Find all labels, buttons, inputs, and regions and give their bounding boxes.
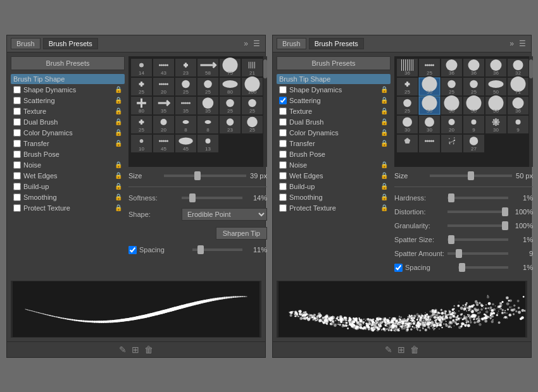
- panel-2-granularity-slider[interactable]: [447, 224, 508, 227]
- panel-2-check-wet[interactable]: [279, 172, 287, 180]
- panel-1-item-wet[interactable]: Wet Edges 🔒: [11, 171, 125, 181]
- panel-2-menu-icon[interactable]: ☰: [518, 39, 527, 48]
- panel-2-footer-delete-icon[interactable]: 🗑: [410, 345, 419, 355]
- panel-2-spatter-size-slider[interactable]: [447, 238, 508, 241]
- panel-2-item-smoothing[interactable]: Smoothing 🔒: [277, 192, 391, 202]
- panel-1-softness-slider[interactable]: [182, 197, 242, 199]
- panel-2-body: Brush Presets Brush Tip Shape Shape Dyna…: [273, 52, 531, 277]
- panel-1-softness-row: Softness: 14%: [128, 193, 267, 203]
- panel-2-tab-brush[interactable]: Brush: [277, 38, 306, 49]
- panel-1-brush-grid-canvas[interactable]: [130, 58, 266, 165]
- panel-2-item-buildup[interactable]: Build-up 🔒: [277, 181, 391, 192]
- panel-1-check-protect[interactable]: [13, 204, 21, 212]
- panel-1-item-noise-label: Noise: [23, 161, 41, 169]
- panel-1-brush-grid[interactable]: [128, 56, 267, 167]
- panel-1-tab-presets[interactable]: Brush Presets: [43, 38, 98, 49]
- panel-1-item-shape-dynamics[interactable]: Shape Dynamics 🔒: [11, 85, 125, 95]
- panel-1-menu-icon[interactable]: ☰: [252, 39, 261, 48]
- panel-2-check-protect[interactable]: [279, 204, 287, 212]
- panel-1-check-pose[interactable]: [13, 150, 21, 158]
- panel-2-item-color[interactable]: Color Dynamics 🔒: [277, 128, 391, 138]
- panel-1-check-noise[interactable]: [13, 161, 21, 169]
- panel-2-item-scattering[interactable]: Scattering 🔒: [277, 95, 391, 106]
- panel-1-check-buildup[interactable]: [13, 183, 21, 190]
- panel-2-footer-grid-icon[interactable]: ⊞: [397, 345, 405, 355]
- panel-2-check-texture[interactable]: [279, 107, 287, 115]
- panel-1-footer-cursor-icon[interactable]: ✎: [119, 345, 127, 355]
- panel-2-spacing-slider[interactable]: [458, 266, 508, 269]
- panel-2-check-smoothing[interactable]: [279, 193, 287, 201]
- panel-2-spacing-check[interactable]: [394, 264, 403, 272]
- panel-1-item-noise[interactable]: Noise 🔒: [11, 160, 125, 170]
- panel-2-item-protect[interactable]: Protect Texture 🔒: [277, 203, 391, 213]
- panel-1-check-scattering[interactable]: [13, 97, 21, 104]
- panel-1-item-smoothing[interactable]: Smoothing 🔒: [11, 192, 125, 202]
- panel-2-brush-grid[interactable]: [394, 56, 533, 167]
- panel-1-check-texture[interactable]: [13, 107, 21, 115]
- panel-2-footer-cursor-icon[interactable]: ✎: [385, 345, 392, 355]
- panel-1-item-pose[interactable]: Brush Pose: [11, 149, 125, 159]
- panel-2-size-slider[interactable]: [430, 175, 512, 177]
- panel-2-distortion-slider[interactable]: [447, 211, 508, 213]
- panel-1-scrollbar[interactable]: [263, 56, 267, 167]
- panel-1-footer-grid-icon[interactable]: ⊞: [132, 345, 139, 355]
- panel-2-check-noise[interactable]: [279, 161, 287, 169]
- panel-1-item-scattering-label: Scattering: [23, 97, 55, 104]
- panel-1-check-dual[interactable]: [13, 118, 21, 126]
- panel-1-size-slider[interactable]: [164, 175, 246, 177]
- panel-1-item-buildup[interactable]: Build-up 🔒: [11, 181, 125, 192]
- panel-2-scrollbar[interactable]: [529, 56, 533, 167]
- panel-1-item-protect[interactable]: Protect Texture 🔒: [11, 203, 125, 213]
- panel-2-check-dual[interactable]: [279, 118, 287, 126]
- panel-2-item-brush-tip[interactable]: Brush Tip Shape: [277, 74, 391, 84]
- panel-2-check-scattering[interactable]: [279, 97, 287, 104]
- panel-2-brush-grid-canvas[interactable]: [396, 58, 532, 165]
- panel-1-item-scattering[interactable]: Scattering 🔒: [11, 95, 125, 106]
- panel-1-sharpen-btn[interactable]: Sharpen Tip: [216, 227, 267, 240]
- panel-1-item-protect-label: Protect Texture: [23, 204, 70, 212]
- panel-2-spatter-amount-slider[interactable]: [447, 252, 508, 255]
- panel-1-presets-btn[interactable]: Brush Presets: [11, 56, 125, 70]
- panel-1-check-shape-dynamics[interactable]: [13, 86, 21, 94]
- panel-1-check-smoothing[interactable]: [13, 193, 21, 201]
- panel-2-check-pose[interactable]: [279, 150, 287, 158]
- panel-2-hardness-slider[interactable]: [447, 197, 508, 199]
- panel-2-item-noise[interactable]: Noise 🔒: [277, 160, 391, 170]
- panel-2-presets-btn[interactable]: Brush Presets: [277, 56, 391, 70]
- panel-1-tab-brush[interactable]: Brush: [11, 38, 41, 49]
- panel-2-item-shape-dynamics[interactable]: Shape Dynamics 🔒: [277, 85, 391, 95]
- panel-2-spacing-value: 1%: [511, 264, 533, 271]
- panel-1-check-color[interactable]: [13, 129, 21, 137]
- panel-2-pose-label: Brush Pose: [289, 150, 325, 158]
- panel-2-check-shape[interactable]: [279, 86, 287, 94]
- panel-1-item-color[interactable]: Color Dynamics 🔒: [11, 128, 125, 138]
- panel-1-left: Brush Presets Brush Tip Shape Shape Dyna…: [11, 56, 125, 273]
- panel-1-shape-label: Shape:: [128, 211, 179, 218]
- panel-1-check-wet[interactable]: [13, 172, 21, 180]
- panel-1-shape-select[interactable]: Erodible Point Round Flat Polygon: [182, 208, 267, 221]
- panel-1-lock-transfer: 🔒: [115, 140, 122, 147]
- panel-1-item-dual[interactable]: Dual Brush 🔒: [11, 117, 125, 127]
- panel-1-item-transfer[interactable]: Transfer 🔒: [11, 138, 125, 149]
- panel-1-check-transfer[interactable]: [13, 140, 21, 147]
- panel-2-check-buildup[interactable]: [279, 183, 287, 190]
- panel-1-item-texture[interactable]: Texture 🔒: [11, 106, 125, 116]
- panel-2-check-transfer[interactable]: [279, 140, 287, 147]
- panel-1-item-brush-tip[interactable]: Brush Tip Shape: [11, 74, 125, 84]
- panel-2-tab-presets[interactable]: Brush Presets: [309, 38, 364, 49]
- panel-2-spatter-amount-label: Spatter Amount:: [394, 250, 445, 257]
- panel-2-check-color[interactable]: [279, 129, 287, 137]
- panel-2-spatter-amount-value: 9: [511, 250, 533, 257]
- panel-1-spacing-check[interactable]: [128, 246, 137, 254]
- panel-2-item-transfer[interactable]: Transfer 🔒: [277, 138, 391, 149]
- panel-1-expand-icon[interactable]: »: [242, 39, 249, 48]
- panel-2-item-pose[interactable]: Brush Pose: [277, 149, 391, 159]
- panel-1-footer-delete-icon[interactable]: 🗑: [144, 345, 153, 355]
- panel-2-item-texture[interactable]: Texture 🔒: [277, 106, 391, 116]
- panel-2-item-dual[interactable]: Dual Brush 🔒: [277, 117, 391, 127]
- panel-2-scrollbar-thumb[interactable]: [529, 59, 533, 78]
- panel-1-scrollbar-thumb[interactable]: [263, 59, 267, 78]
- panel-2-expand-icon[interactable]: »: [508, 39, 515, 48]
- panel-2-item-wet[interactable]: Wet Edges 🔒: [277, 171, 391, 181]
- panel-1-spacing-slider[interactable]: [192, 248, 242, 251]
